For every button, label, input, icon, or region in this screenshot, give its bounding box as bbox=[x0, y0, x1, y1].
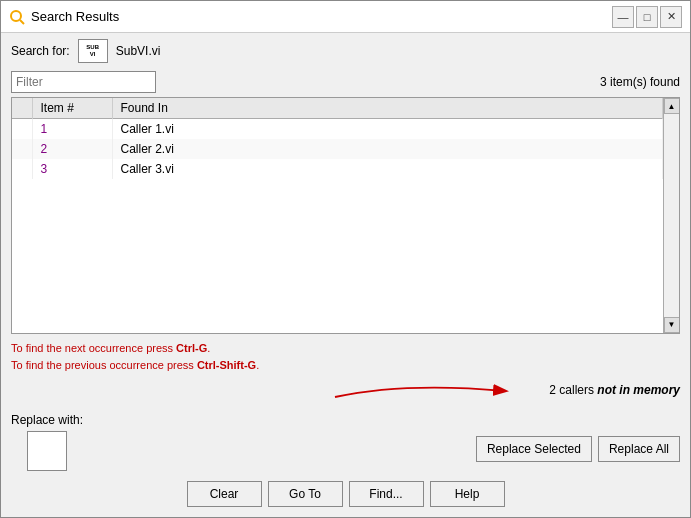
minimize-button[interactable]: — bbox=[612, 6, 634, 28]
window-title: Search Results bbox=[31, 9, 606, 24]
table-body: 1 Caller 1.vi 2 Caller 2.vi 3 Caller 3.v… bbox=[12, 119, 663, 180]
subvi-icon: SUB VI bbox=[78, 39, 108, 63]
replace-all-button[interactable]: Replace All bbox=[598, 436, 680, 462]
row-item-num: 1 bbox=[32, 119, 112, 140]
title-bar: Search Results — □ ✕ bbox=[1, 1, 690, 33]
filter-row: 3 item(s) found bbox=[1, 69, 690, 97]
subvi-name: SubVI.vi bbox=[116, 44, 161, 58]
col-found-in: Found In bbox=[112, 98, 663, 119]
row-found-in: Caller 1.vi bbox=[112, 119, 663, 140]
row-item-num: 3 bbox=[32, 159, 112, 179]
replace-row: Replace with: Replace Selected Replace A… bbox=[1, 409, 690, 475]
bottom-buttons: Clear Go To Find... Help bbox=[1, 475, 690, 517]
row-item-num: 2 bbox=[32, 139, 112, 159]
row-found-in: Caller 2.vi bbox=[112, 139, 663, 159]
row-found-in: Caller 3.vi bbox=[112, 159, 663, 179]
table-header-row: Item # Found In bbox=[12, 98, 663, 119]
arrow-svg bbox=[325, 377, 525, 407]
replace-box bbox=[27, 431, 67, 471]
clear-button[interactable]: Clear bbox=[187, 481, 262, 507]
row-checkbox bbox=[12, 139, 32, 159]
status-line1: To find the next occurrence press Ctrl-G… bbox=[11, 340, 680, 358]
col-item-num: Item # bbox=[32, 98, 112, 119]
svg-point-0 bbox=[11, 11, 21, 21]
scroll-up-arrow[interactable]: ▲ bbox=[664, 98, 680, 114]
results-table-container: Item # Found In 1 Caller 1.vi 2 Caller 2… bbox=[11, 97, 680, 334]
go-to-button[interactable]: Go To bbox=[268, 481, 343, 507]
table-row[interactable]: 3 Caller 3.vi bbox=[12, 159, 663, 179]
search-for-label: Search for: bbox=[11, 44, 70, 58]
title-bar-controls: — □ ✕ bbox=[612, 6, 682, 28]
search-for-row: Search for: SUB VI SubVI.vi bbox=[1, 33, 690, 69]
table-inner[interactable]: Item # Found In 1 Caller 1.vi 2 Caller 2… bbox=[12, 98, 663, 333]
row-checkbox bbox=[12, 159, 32, 179]
scrollbar-track[interactable]: ▲ ▼ bbox=[663, 98, 679, 333]
window-icon bbox=[9, 9, 25, 25]
table-scroll-wrapper: Item # Found In 1 Caller 1.vi 2 Caller 2… bbox=[12, 98, 679, 333]
scroll-down-arrow[interactable]: ▼ bbox=[664, 317, 680, 333]
table-row[interactable]: 1 Caller 1.vi bbox=[12, 119, 663, 140]
replace-selected-button[interactable]: Replace Selected bbox=[476, 436, 592, 462]
row-checkbox bbox=[12, 119, 32, 140]
filter-input[interactable] bbox=[11, 71, 156, 93]
not-in-memory-text: 2 callers not in memory bbox=[549, 383, 680, 397]
col-checkbox bbox=[12, 98, 32, 119]
maximize-button[interactable]: □ bbox=[636, 6, 658, 28]
replace-left: Replace with: bbox=[11, 413, 83, 471]
find-button[interactable]: Find... bbox=[349, 481, 424, 507]
items-found: 3 item(s) found bbox=[600, 75, 680, 89]
table-row[interactable]: 2 Caller 2.vi bbox=[12, 139, 663, 159]
key-ctrl-shift-g: Ctrl-Shift-G bbox=[197, 359, 256, 371]
status-line2: To find the previous occurrence press Ct… bbox=[11, 357, 680, 375]
status-section: To find the next occurrence press Ctrl-G… bbox=[1, 334, 690, 377]
not-in-memory-row: 2 callers not in memory bbox=[11, 377, 680, 409]
replace-buttons: Replace Selected Replace All bbox=[476, 422, 680, 462]
search-results-window: Search Results — □ ✕ Search for: SUB VI … bbox=[0, 0, 691, 518]
svg-line-1 bbox=[20, 20, 24, 24]
close-button[interactable]: ✕ bbox=[660, 6, 682, 28]
results-table: Item # Found In 1 Caller 1.vi 2 Caller 2… bbox=[12, 98, 663, 179]
help-button[interactable]: Help bbox=[430, 481, 505, 507]
replace-label: Replace with: bbox=[11, 413, 83, 427]
not-in-memory-emphasis: not in memory bbox=[597, 383, 680, 397]
key-ctrl-g: Ctrl-G bbox=[176, 342, 207, 354]
